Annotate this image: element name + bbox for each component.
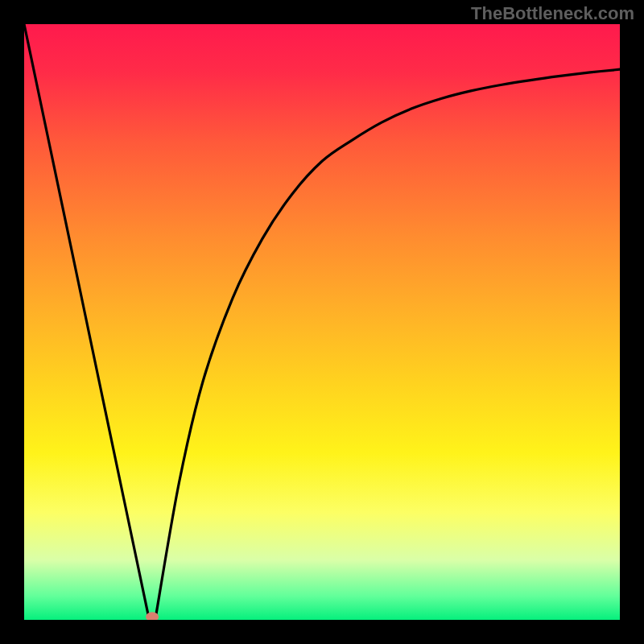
bottleneck-curve: [24, 24, 620, 620]
plot-area: [24, 24, 620, 620]
curve-right-branch: [155, 69, 620, 620]
attribution-text: TheBottleneck.com: [471, 3, 634, 24]
curve-left-branch: [24, 24, 149, 620]
